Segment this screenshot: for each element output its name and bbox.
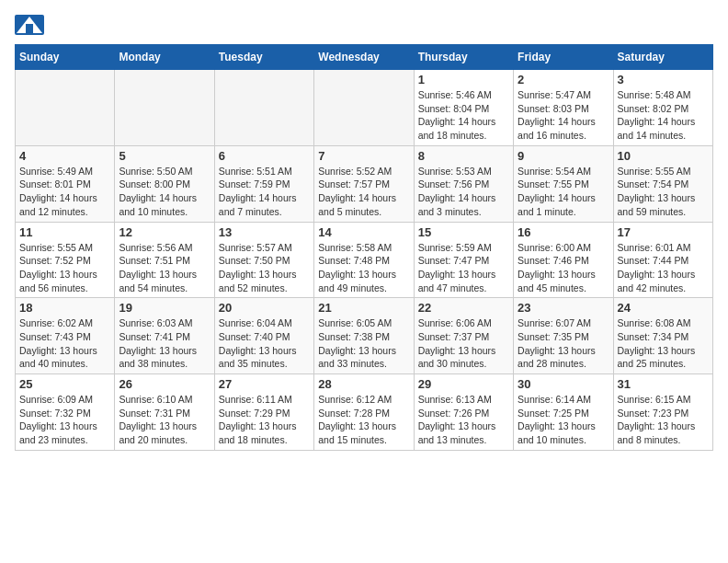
day-number: 15 xyxy=(418,225,509,239)
sunrise-text: Sunrise: 6:04 AM xyxy=(219,316,310,330)
day-info: Sunrise: 6:13 AMSunset: 7:26 PMDaylight:… xyxy=(418,393,509,447)
daylight-text: Daylight: 14 hours and 14 minutes. xyxy=(618,115,709,142)
sunset-text: Sunset: 7:51 PM xyxy=(119,254,210,268)
day-info: Sunrise: 6:04 AMSunset: 7:40 PMDaylight:… xyxy=(219,316,310,371)
day-number: 20 xyxy=(219,301,310,315)
calendar-header-row: SundayMondayTuesdayWednesdayThursdayFrid… xyxy=(16,45,713,70)
sunrise-text: Sunrise: 5:48 AM xyxy=(618,88,709,102)
sunrise-text: Sunrise: 6:07 AM xyxy=(518,316,609,330)
calendar-week-row: 1Sunrise: 5:46 AMSunset: 8:04 PMDaylight… xyxy=(16,70,713,146)
sunset-text: Sunset: 7:26 PM xyxy=(418,407,509,420)
sunrise-text: Sunrise: 6:10 AM xyxy=(119,393,210,407)
day-header-monday: Monday xyxy=(115,45,214,70)
daylight-text: Daylight: 13 hours and 54 minutes. xyxy=(119,268,210,294)
day-info: Sunrise: 6:14 AMSunset: 7:25 PMDaylight:… xyxy=(518,393,609,447)
daylight-text: Daylight: 13 hours and 49 minutes. xyxy=(318,268,409,294)
day-info: Sunrise: 5:54 AMSunset: 7:55 PMDaylight:… xyxy=(518,165,609,219)
calendar-cell: 16Sunrise: 6:00 AMSunset: 7:46 PMDayligh… xyxy=(514,222,613,298)
sunrise-text: Sunrise: 5:46 AM xyxy=(418,88,509,102)
calendar-cell: 8Sunrise: 5:53 AMSunset: 7:56 PMDaylight… xyxy=(414,145,513,222)
sunset-text: Sunset: 7:35 PM xyxy=(518,330,609,344)
day-number: 10 xyxy=(618,149,709,163)
daylight-text: Daylight: 13 hours and 59 minutes. xyxy=(618,191,709,218)
day-info: Sunrise: 5:59 AMSunset: 7:47 PMDaylight:… xyxy=(418,241,509,295)
day-info: Sunrise: 5:57 AMSunset: 7:50 PMDaylight:… xyxy=(219,241,310,295)
day-number: 5 xyxy=(119,149,210,163)
day-number: 19 xyxy=(119,301,210,315)
sunrise-text: Sunrise: 6:08 AM xyxy=(618,316,709,330)
sunset-text: Sunset: 8:02 PM xyxy=(618,102,709,116)
calendar-cell: 4Sunrise: 5:49 AMSunset: 8:01 PMDaylight… xyxy=(16,145,115,222)
day-info: Sunrise: 5:46 AMSunset: 8:04 PMDaylight:… xyxy=(418,88,509,143)
day-number: 3 xyxy=(618,73,709,86)
daylight-text: Daylight: 14 hours and 16 minutes. xyxy=(518,115,609,142)
calendar-cell: 18Sunrise: 6:02 AMSunset: 7:43 PMDayligh… xyxy=(16,298,115,374)
day-number: 4 xyxy=(19,149,110,163)
calendar-cell: 2Sunrise: 5:47 AMSunset: 8:03 PMDaylight… xyxy=(514,70,613,146)
calendar-cell: 22Sunrise: 6:06 AMSunset: 7:37 PMDayligh… xyxy=(414,298,513,374)
calendar-cell xyxy=(16,70,115,146)
day-info: Sunrise: 6:06 AMSunset: 7:37 PMDaylight:… xyxy=(418,316,509,371)
sunset-text: Sunset: 7:56 PM xyxy=(418,178,509,191)
day-info: Sunrise: 6:08 AMSunset: 7:34 PMDaylight:… xyxy=(618,316,709,371)
daylight-text: Daylight: 13 hours and 10 minutes. xyxy=(518,419,609,446)
calendar-cell xyxy=(214,70,313,146)
day-info: Sunrise: 5:53 AMSunset: 7:56 PMDaylight:… xyxy=(418,165,509,219)
calendar-week-row: 11Sunrise: 5:55 AMSunset: 7:52 PMDayligh… xyxy=(16,222,713,298)
daylight-text: Daylight: 13 hours and 30 minutes. xyxy=(418,344,509,371)
calendar-cell: 21Sunrise: 6:05 AMSunset: 7:38 PMDayligh… xyxy=(314,298,414,374)
day-info: Sunrise: 5:55 AMSunset: 7:54 PMDaylight:… xyxy=(618,165,709,219)
day-number: 22 xyxy=(418,301,509,315)
sunset-text: Sunset: 7:54 PM xyxy=(618,178,709,191)
sunset-text: Sunset: 7:47 PM xyxy=(418,254,509,268)
sunset-text: Sunset: 7:59 PM xyxy=(219,178,310,191)
day-header-friday: Friday xyxy=(514,45,613,70)
sunrise-text: Sunrise: 6:15 AM xyxy=(618,393,709,407)
day-info: Sunrise: 6:09 AMSunset: 7:32 PMDaylight:… xyxy=(19,393,110,447)
sunset-text: Sunset: 7:37 PM xyxy=(418,330,509,344)
day-info: Sunrise: 6:12 AMSunset: 7:28 PMDaylight:… xyxy=(318,393,409,447)
sunrise-text: Sunrise: 6:13 AM xyxy=(418,393,509,407)
calendar-cell: 29Sunrise: 6:13 AMSunset: 7:26 PMDayligh… xyxy=(414,374,513,451)
sunset-text: Sunset: 7:57 PM xyxy=(318,178,409,191)
sunrise-text: Sunrise: 6:12 AM xyxy=(318,393,409,407)
sunset-text: Sunset: 7:32 PM xyxy=(19,407,110,420)
daylight-text: Daylight: 13 hours and 35 minutes. xyxy=(219,344,310,371)
day-number: 31 xyxy=(618,377,709,391)
sunrise-text: Sunrise: 5:52 AM xyxy=(318,165,409,178)
day-info: Sunrise: 6:02 AMSunset: 7:43 PMDaylight:… xyxy=(19,316,110,371)
calendar-week-row: 18Sunrise: 6:02 AMSunset: 7:43 PMDayligh… xyxy=(16,298,713,374)
sunset-text: Sunset: 7:38 PM xyxy=(318,330,409,344)
sunrise-text: Sunrise: 6:14 AM xyxy=(518,393,609,407)
sunset-text: Sunset: 7:25 PM xyxy=(518,407,609,420)
sunrise-text: Sunrise: 5:55 AM xyxy=(19,241,110,255)
daylight-text: Daylight: 13 hours and 38 minutes. xyxy=(119,344,210,371)
day-number: 27 xyxy=(219,377,310,391)
calendar-cell: 26Sunrise: 6:10 AMSunset: 7:31 PMDayligh… xyxy=(115,374,214,451)
day-info: Sunrise: 6:11 AMSunset: 7:29 PMDaylight:… xyxy=(219,393,310,447)
calendar-cell: 19Sunrise: 6:03 AMSunset: 7:41 PMDayligh… xyxy=(115,298,214,374)
calendar-week-row: 25Sunrise: 6:09 AMSunset: 7:32 PMDayligh… xyxy=(16,374,713,451)
sunrise-text: Sunrise: 6:11 AM xyxy=(219,393,310,407)
sunrise-text: Sunrise: 5:51 AM xyxy=(219,165,310,178)
sunset-text: Sunset: 8:00 PM xyxy=(119,178,210,191)
calendar-cell: 31Sunrise: 6:15 AMSunset: 7:23 PMDayligh… xyxy=(613,374,712,451)
daylight-text: Daylight: 13 hours and 28 minutes. xyxy=(518,344,609,371)
daylight-text: Daylight: 13 hours and 52 minutes. xyxy=(219,268,310,294)
daylight-text: Daylight: 13 hours and 47 minutes. xyxy=(418,268,509,294)
day-info: Sunrise: 6:01 AMSunset: 7:44 PMDaylight:… xyxy=(618,241,709,295)
day-info: Sunrise: 6:15 AMSunset: 7:23 PMDaylight:… xyxy=(618,393,709,447)
sunset-text: Sunset: 7:23 PM xyxy=(618,407,709,420)
sunset-text: Sunset: 7:55 PM xyxy=(518,178,609,191)
sunrise-text: Sunrise: 5:47 AM xyxy=(518,88,609,102)
sunset-text: Sunset: 7:31 PM xyxy=(119,407,210,420)
calendar-cell: 24Sunrise: 6:08 AMSunset: 7:34 PMDayligh… xyxy=(613,298,712,374)
sunrise-text: Sunrise: 5:50 AM xyxy=(119,165,210,178)
day-number: 8 xyxy=(418,149,509,163)
sunset-text: Sunset: 7:34 PM xyxy=(618,330,709,344)
day-header-wednesday: Wednesday xyxy=(314,45,414,70)
day-info: Sunrise: 6:05 AMSunset: 7:38 PMDaylight:… xyxy=(318,316,409,371)
sunrise-text: Sunrise: 5:55 AM xyxy=(618,165,709,178)
calendar-cell: 1Sunrise: 5:46 AMSunset: 8:04 PMDaylight… xyxy=(414,70,513,146)
daylight-text: Daylight: 14 hours and 7 minutes. xyxy=(219,191,310,218)
